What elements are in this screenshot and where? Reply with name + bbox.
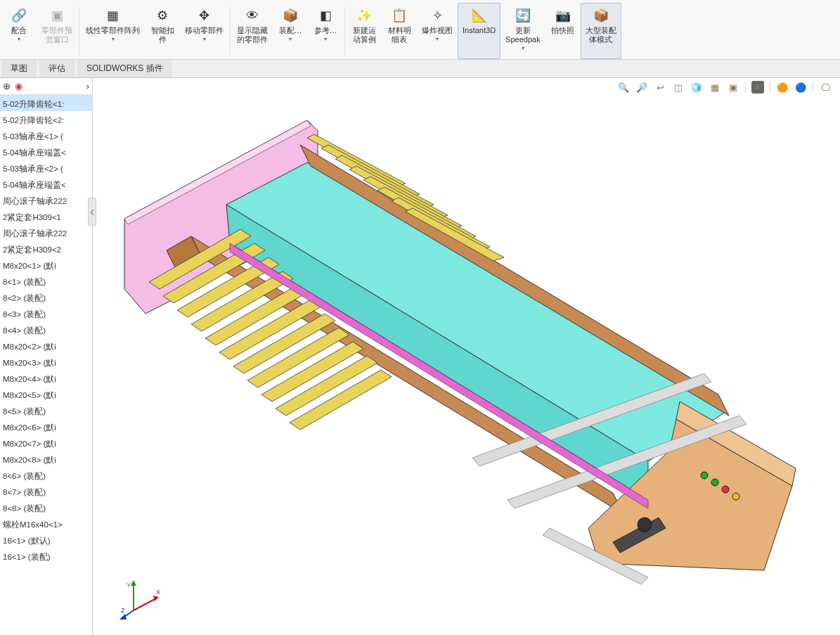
tree-item[interactable]: M8x20<8> (默i xyxy=(0,451,92,467)
chevron-down-icon: ▾ xyxy=(112,36,115,42)
ribbon-show-hidden[interactable]: 👁 显示隐藏 的零部件 xyxy=(232,3,273,59)
ribbon-linear-pattern[interactable]: ▦ 线性零部件阵列 ▾ xyxy=(81,3,145,59)
display-style-icon[interactable]: ▦ xyxy=(709,81,721,94)
move-icon: ✥ xyxy=(195,6,214,25)
tab-evaluate[interactable]: 评估 xyxy=(39,59,75,77)
tree-item[interactable]: M8x20<1> (默i xyxy=(0,257,92,273)
tree-item[interactable]: 5-04轴承座端盖< xyxy=(0,176,92,192)
tree-scroll-thumb[interactable]: ❮ xyxy=(88,198,96,226)
large-assembly-icon: 📦 xyxy=(592,6,610,25)
tree-item[interactable]: M8x20<4> (默i xyxy=(0,370,92,386)
svg-point-14 xyxy=(638,518,652,532)
tree-item[interactable]: 16<1> (装配) xyxy=(0,548,92,564)
svg-point-10 xyxy=(701,472,708,479)
graphics-viewport[interactable]: 🔍 🔎 ↩ ◫ 🧊 ▦ ▣ 👁 🟠 🔵 🖵 xyxy=(93,78,840,635)
separator xyxy=(79,7,79,55)
content-area: ⊕ ◉ › 5-02升降齿轮<1:5-02升降齿轮<2:5-03轴承座<1> (… xyxy=(0,78,840,635)
chevron-down-icon: ▾ xyxy=(203,36,206,42)
ribbon-assembly-label: 装配… xyxy=(279,26,302,35)
tree-item[interactable]: M8x20<6> (默i xyxy=(0,418,92,435)
tree-item[interactable]: 8<6> (装配) xyxy=(0,467,92,483)
ribbon-large-label: 大型装配 体模式 xyxy=(586,26,616,44)
ribbon-preview-window[interactable]: ▣ 零部件预 览窗口 xyxy=(37,3,77,59)
tree-item[interactable]: M8x20<2> (默i xyxy=(0,338,92,354)
svg-marker-43 xyxy=(119,614,127,620)
pattern-icon: ▦ xyxy=(104,6,122,25)
ribbon-mate[interactable]: 🔗 配合 ▾ xyxy=(1,3,37,59)
tab-addins[interactable]: SOLIDWORKS 插件 xyxy=(77,59,172,77)
tree-item[interactable]: 5-03轴承座<1> ( xyxy=(0,127,92,143)
separator xyxy=(745,82,746,93)
ribbon-assembly[interactable]: 📦 装配… ▾ xyxy=(273,3,308,59)
motion-icon: ✨ xyxy=(355,6,373,25)
ribbon-exploded-view[interactable]: ✧ 爆炸视图 ▾ xyxy=(417,3,458,59)
orientation-triad[interactable]: Y X Z xyxy=(119,579,163,622)
fastener-icon: ⚙ xyxy=(153,6,172,25)
tree-item[interactable]: M8x20<5> (默i xyxy=(0,386,92,402)
feature-tree[interactable]: 5-02升降齿轮<1:5-02升降齿轮<2:5-03轴承座<1> (5-04轴承… xyxy=(0,95,92,635)
triad-y-label: Y xyxy=(127,582,131,589)
ribbon-new-motion[interactable]: ✨ 新建运 动算例 xyxy=(347,3,382,59)
tree-item[interactable]: 16<1> (默认) xyxy=(0,532,92,548)
ribbon-bom[interactable]: 📋 材料明 细表 xyxy=(382,3,417,59)
tree-item[interactable]: 8<5> (装配) xyxy=(0,402,92,418)
tree-item[interactable]: 周心滚子轴承222 xyxy=(0,192,92,208)
previous-view-icon[interactable]: ↩ xyxy=(654,81,666,94)
hide-show-icon[interactable]: ▣ xyxy=(727,81,739,94)
tree-item[interactable]: 8<7> (装配) xyxy=(0,483,92,499)
tree-item[interactable]: 2紧定套H309<1 xyxy=(0,208,92,224)
ribbon-instant3d[interactable]: 📐 Instant3D xyxy=(458,3,500,59)
ribbon-update-speedpak[interactable]: 🔄 更新 Speedpak ▾ xyxy=(500,3,545,59)
tree-item[interactable]: 8<1> (装配) xyxy=(0,273,92,289)
ribbon-mate-label: 配合 xyxy=(11,26,27,35)
svg-line-40 xyxy=(134,598,156,610)
reference-icon: ◧ xyxy=(316,6,335,25)
zoom-to-fit-icon[interactable]: 🔍 xyxy=(617,81,630,94)
tree-item[interactable]: 8<2> (装配) xyxy=(0,289,92,305)
tree-item[interactable]: 8<3> (装配) xyxy=(0,305,92,321)
ribbon-smart-fastener[interactable]: ⚙ 智能扣 件 xyxy=(145,3,180,59)
ribbon-move-label: 移动零部件 xyxy=(185,26,224,35)
ribbon-bom-label: 材料明 细表 xyxy=(388,26,411,44)
visibility-icon[interactable]: 👁 xyxy=(751,81,764,94)
tree-item[interactable]: 5-03轴承座<2> ( xyxy=(0,160,92,176)
svg-marker-41 xyxy=(153,596,159,601)
ribbon-instant3d-label: Instant3D xyxy=(463,26,496,35)
tree-item[interactable]: M8x20<7> (默i xyxy=(0,435,92,451)
ribbon-reference[interactable]: ◧ 参考… ▾ xyxy=(308,3,343,59)
zoom-area-icon[interactable]: 🔎 xyxy=(635,81,648,94)
tree-item[interactable]: 5-02升降齿轮<1: xyxy=(0,95,92,111)
assembly-model xyxy=(93,78,840,635)
tree-item[interactable]: 8<4> (装配) xyxy=(0,321,92,338)
appearance-icon[interactable]: ◉ xyxy=(15,81,22,91)
command-tabs: 草图 评估 SOLIDWORKS 插件 xyxy=(0,60,840,78)
ribbon-snapshot[interactable]: 📷 拍快照 xyxy=(545,3,581,59)
speedpak-icon: 🔄 xyxy=(514,6,532,25)
tree-item[interactable]: 周心滚子轴承222 xyxy=(0,224,92,240)
view-settings-icon[interactable]: 🖵 xyxy=(819,81,832,94)
ribbon-move-component[interactable]: ✥ 移动零部件 ▾ xyxy=(180,3,228,59)
ribbon-speedpak-label: 更新 Speedpak xyxy=(505,26,541,44)
triad-z-label: Z xyxy=(121,607,125,614)
expand-right-icon[interactable]: › xyxy=(86,81,89,91)
tree-item[interactable]: 8<8> (装配) xyxy=(0,499,92,515)
tree-item[interactable]: 5-02升降齿轮<2: xyxy=(0,111,92,127)
tree-item[interactable]: 2紧定套H309<2 xyxy=(0,240,92,257)
ribbon-large-assembly[interactable]: 📦 大型装配 体模式 xyxy=(581,3,621,59)
svg-marker-39 xyxy=(131,580,136,586)
tree-item[interactable]: 螺栓M16x40<1> xyxy=(0,515,92,532)
view-orientation-icon[interactable]: 🧊 xyxy=(690,81,703,94)
mate-icon: 🔗 xyxy=(10,6,28,25)
apply-scene-icon[interactable]: 🔵 xyxy=(794,81,807,94)
tab-sketch[interactable]: 草图 xyxy=(1,59,37,77)
chevron-down-icon: ▾ xyxy=(289,36,292,42)
section-view-icon[interactable]: ◫ xyxy=(672,81,685,94)
tree-item[interactable]: 5-04轴承座端盖< xyxy=(0,143,92,160)
tree-item[interactable]: M8x20<3> (默i xyxy=(0,354,92,370)
ribbon-exploded-label: 爆炸视图 xyxy=(422,26,453,35)
chevron-down-icon: ▾ xyxy=(324,36,327,42)
edit-appearance-icon[interactable]: 🟠 xyxy=(776,81,789,94)
svg-point-12 xyxy=(722,486,729,493)
separator xyxy=(770,82,770,93)
origin-icon[interactable]: ⊕ xyxy=(3,81,11,91)
